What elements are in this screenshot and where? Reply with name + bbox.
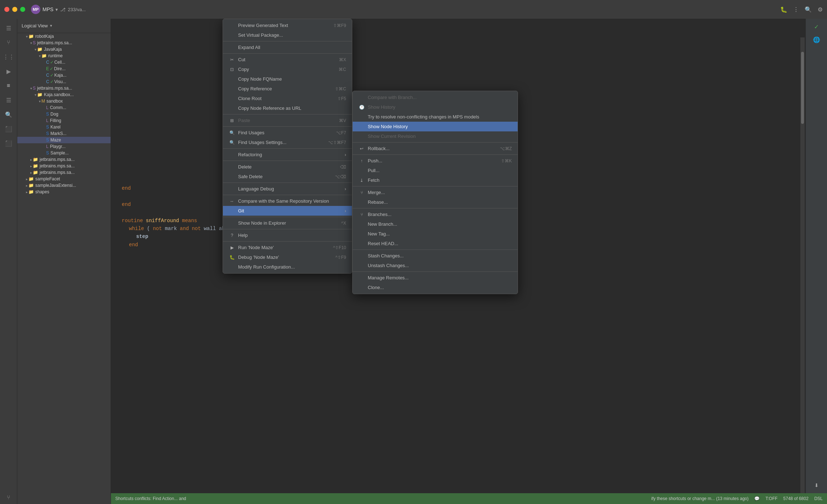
- menu-item-show-node-explorer[interactable]: Show Node in Explorer ^X: [223, 218, 352, 228]
- git-menu-fetch[interactable]: ⤓ Fetch: [353, 175, 518, 185]
- menu-item-refactoring[interactable]: Refactoring ›: [223, 150, 352, 159]
- tree-item-jetbrains4[interactable]: ▸ 📁 jetbrains.mps.sa...: [17, 163, 111, 169]
- git-menu-rollback[interactable]: ↩ Rollback... ⌥⌘Z: [353, 144, 518, 153]
- tree-item-marks[interactable]: S MarkS...: [17, 130, 111, 137]
- checkmark-panel-icon[interactable]: ✓: [812, 22, 822, 32]
- git-menu-new-tag[interactable]: New Tag...: [353, 229, 518, 239]
- menu-item-safe-delete[interactable]: Safe Delete ⌥⌫: [223, 172, 352, 181]
- tree-item-playgr[interactable]: L Playgr...: [17, 143, 111, 150]
- tree-item-dog[interactable]: S Dog: [17, 111, 111, 117]
- git-menu-merge[interactable]: ⑂ Merge...: [353, 188, 518, 197]
- menu-item-run[interactable]: ▶ Run 'Node Maze' ^⇧F10: [223, 243, 352, 252]
- menu-label: Language Debug: [238, 186, 274, 192]
- git-menu-push[interactable]: ↑ Push... ⇧⌘K: [353, 156, 518, 166]
- tree-label: MarkS...: [50, 131, 67, 136]
- logical-view-label: Logical View: [22, 23, 48, 28]
- tree-item-jetbrains2[interactable]: ▾ S jetbrains.mps.sa...: [17, 85, 111, 91]
- tree-item-maze[interactable]: S Maze: [17, 137, 111, 143]
- tree-item-kaja[interactable]: C ✓ Kaja...: [17, 72, 111, 78]
- git-menu-node-history[interactable]: Show Node History: [353, 122, 518, 131]
- menu-item-compare-repo[interactable]: ↔ Compare with the Same Repository Versi…: [223, 196, 352, 206]
- menu-item-delete[interactable]: Delete ⌫: [223, 162, 352, 172]
- sidebar-item-git-bottom[interactable]: ⑂: [2, 491, 15, 504]
- tree-item-jetbrains5[interactable]: ▸ 📁 jetbrains.mps.sa...: [17, 169, 111, 176]
- git-menu-clone[interactable]: Clone...: [353, 283, 518, 292]
- menu-item-cut[interactable]: ✂ Cut ⌘X: [223, 55, 352, 64]
- git-menu-resolve[interactable]: Try to resolve non-conflicting changes i…: [353, 112, 518, 122]
- menu-item-git[interactable]: Git ›: [223, 206, 352, 216]
- menu-item-debug[interactable]: 🐛 Debug 'Node Maze' ^⇧F9: [223, 252, 352, 262]
- git-menu-stash[interactable]: Stash Changes...: [353, 251, 518, 261]
- globe-panel-icon[interactable]: 🌐: [812, 35, 822, 45]
- git-menu-new-branch[interactable]: New Branch...: [353, 219, 518, 229]
- menu-item-find-settings[interactable]: 🔍 Find Usages Settings... ⌥⇧⌘F7: [223, 138, 352, 147]
- git-menu-branches[interactable]: ⑂ Branches...: [353, 210, 518, 219]
- bug-icon[interactable]: 🐛: [780, 6, 787, 13]
- menu-item-lang-debug[interactable]: Language Debug ›: [223, 184, 352, 194]
- menu-item-copy[interactable]: ⊡ Copy ⌘C: [223, 64, 352, 74]
- tree-item-robotkaja[interactable]: ▾ 📁 robotKaja: [17, 33, 111, 40]
- status-off[interactable]: T:OFF: [765, 496, 777, 501]
- menu-item-copy-fqname[interactable]: Copy Node FQName: [223, 74, 352, 84]
- tree-item-runtime[interactable]: ▾ 📁 runtime: [17, 53, 111, 59]
- status-icon1[interactable]: 💬: [754, 496, 760, 501]
- scroll-panel-icon[interactable]: ⬇: [812, 480, 822, 490]
- menu-label: Expand All: [238, 45, 260, 50]
- menu-item-copy-url[interactable]: Copy Node Reference as URL: [223, 103, 352, 113]
- tree-item-shapes[interactable]: ▸ 📁 shapes: [17, 189, 111, 195]
- minimize-button[interactable]: [12, 7, 17, 12]
- git-menu-pull[interactable]: Pull...: [353, 166, 518, 175]
- tree-item-jetbrains3[interactable]: ▸ 📁 jetbrains.mps.sa...: [17, 156, 111, 163]
- tree-item-samplejava[interactable]: ▸ 📁 sampleJavaExtensi...: [17, 182, 111, 189]
- menu-item-help[interactable]: ? Help: [223, 230, 352, 240]
- tree-item-javakaja[interactable]: ▾ 📁 JavaKaja: [17, 46, 111, 53]
- maximize-button[interactable]: [20, 7, 25, 12]
- chevron-icon[interactable]: ▾: [55, 7, 58, 12]
- menu-item-virtual-package[interactable]: Set Virtual Package...: [223, 30, 352, 40]
- menu-item-copy-ref[interactable]: Copy Reference ⇧⌘C: [223, 84, 352, 94]
- menu-label: Refactoring: [238, 152, 262, 157]
- git-menu-manage-remotes[interactable]: Manage Remotes...: [353, 273, 518, 283]
- tree-item-dire[interactable]: E ✓ Dire...: [17, 66, 111, 72]
- tree-item-kaja-sandbox[interactable]: ▾ 📁 Kaja.sandbox...: [17, 91, 111, 98]
- tree-item-samplefacet[interactable]: ▸ 📁 sampleFacet: [17, 176, 111, 182]
- menu-item-preview[interactable]: Preview Generated Text ⇧⌘F9: [223, 21, 352, 30]
- sidebar-item-bullets[interactable]: ☰: [2, 94, 15, 107]
- tree-item-comm[interactable]: L Comm...: [17, 104, 111, 111]
- git-menu-reset-head[interactable]: Reset HEAD...: [353, 239, 518, 248]
- sidebar-item-list[interactable]: ≡: [2, 79, 15, 92]
- tree-item-visu[interactable]: C ✓ Visu...: [17, 78, 111, 85]
- git-menu-unstash[interactable]: Unstash Changes...: [353, 261, 518, 270]
- code-paren: (: [147, 225, 150, 233]
- sidebar-item-debug[interactable]: ⬛: [2, 137, 15, 150]
- menu-item-expand-all[interactable]: Expand All: [223, 42, 352, 52]
- menu-item-modify-config[interactable]: Modify Run Configuration...: [223, 262, 352, 272]
- sidebar-item-panel[interactable]: ☰: [2, 22, 15, 35]
- sidebar-item-run[interactable]: ▶: [2, 65, 15, 78]
- tree-item-jetbrains1[interactable]: ▾ S jetbrains.mps.sa...: [17, 40, 111, 46]
- sidebar-item-hierarchy[interactable]: ⋮⋮: [2, 50, 15, 63]
- menu-item-find-usages[interactable]: 🔍 Find Usages ⌥F7: [223, 128, 352, 138]
- tree-item-filling[interactable]: L Filling: [17, 117, 111, 124]
- tree-item-cell[interactable]: C ✓ Cell...: [17, 59, 111, 66]
- menu-label: Compare with Branch...: [368, 95, 417, 100]
- find-icon: 🔍: [229, 130, 235, 135]
- sidebar-item-terminal[interactable]: ⬛: [2, 122, 15, 135]
- status-left: Shortcuts conflicts: Find Action... and: [115, 496, 186, 501]
- tree-item-sample[interactable]: S Sample...: [17, 150, 111, 156]
- menu-label: New Branch...: [368, 221, 397, 227]
- tree-item-sandbox[interactable]: ▾ M sandbox: [17, 98, 111, 104]
- more-icon[interactable]: ⋮: [793, 6, 799, 13]
- search-icon[interactable]: 🔍: [805, 6, 812, 13]
- scrollbar-thumb[interactable]: [801, 52, 804, 124]
- tree-item-karel[interactable]: S Karel: [17, 124, 111, 130]
- sidebar-item-search[interactable]: 🔍: [2, 108, 15, 121]
- rollback-icon: ↩: [358, 146, 365, 151]
- close-button[interactable]: [4, 7, 9, 12]
- settings-icon[interactable]: ⚙: [818, 6, 823, 13]
- menu-item-clone-root[interactable]: Clone Root ⇧F5: [223, 94, 352, 103]
- status-dsl[interactable]: DSL: [814, 496, 823, 501]
- sidebar-item-git[interactable]: ⑂: [2, 36, 15, 49]
- logical-view-chevron[interactable]: ▾: [50, 23, 52, 28]
- git-menu-rebase[interactable]: Rebase...: [353, 197, 518, 207]
